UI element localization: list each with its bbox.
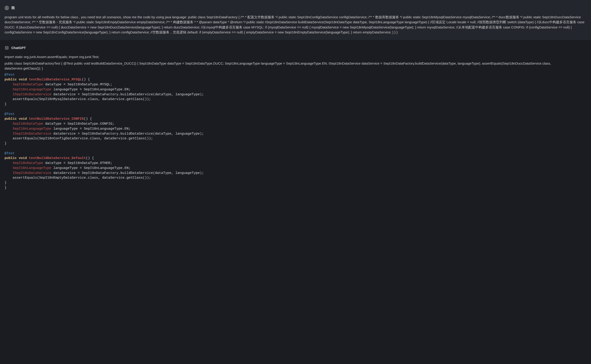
assistant-header: ChatGPT	[5, 46, 586, 51]
user-name: 我	[11, 6, 15, 11]
assistant-intro-line-1[interactable]: import static org.junit.Assert.assertEqu…	[5, 54, 586, 60]
user-message-body[interactable]: program unit tests for all methods for b…	[5, 15, 586, 35]
user-message: 我 program unit tests for all methods for…	[0, 0, 591, 40]
assistant-name: ChatGPT	[11, 46, 26, 51]
assistant-message: ChatGPT import static org.junit.Assert.a…	[0, 40, 591, 195]
assistant-icon	[5, 46, 9, 50]
svg-point-1	[6, 7, 7, 8]
svg-rect-2	[5, 46, 8, 49]
assistant-code-block[interactable]: @Test public void testBuildDataService_M…	[5, 72, 586, 190]
user-icon	[5, 6, 9, 10]
svg-rect-3	[6, 47, 8, 49]
assistant-intro-line-2[interactable]: public class SepI18nDataFactoryTest { @T…	[5, 61, 586, 71]
user-header: 我	[5, 6, 586, 11]
